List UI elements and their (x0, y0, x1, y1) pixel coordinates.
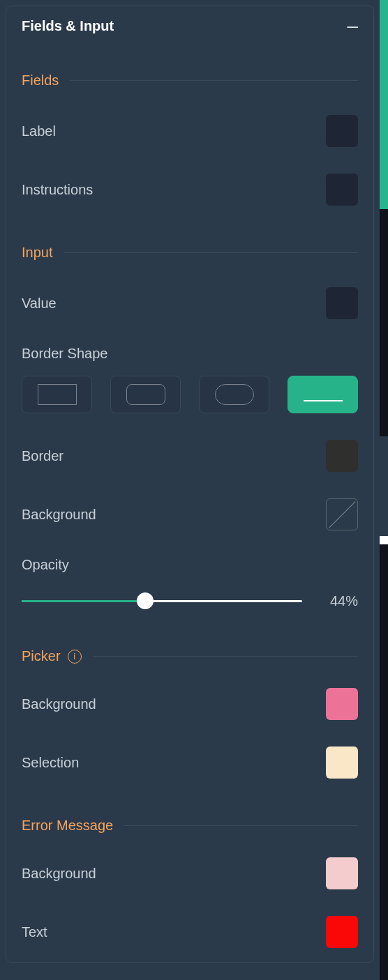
slider-thumb[interactable] (137, 592, 154, 609)
shape-rounded[interactable] (110, 376, 181, 413)
row-border-color: Border (6, 440, 373, 472)
opacity-control: Opacity 44% (6, 557, 373, 609)
collapse-icon[interactable]: – (347, 16, 358, 36)
app-edge-strip (380, 0, 388, 980)
fields-section-heading: Fields (6, 72, 373, 89)
section-title-error: Error Message (22, 818, 113, 834)
input-background-swatch[interactable] (326, 498, 358, 530)
picker-background-swatch[interactable] (326, 688, 358, 720)
panel-header: Fields & Input – (6, 6, 373, 53)
pill-shape-icon (215, 384, 254, 405)
shape-pill[interactable] (199, 376, 269, 413)
error-text-label: Text (22, 924, 47, 940)
label-label: Label (22, 123, 56, 139)
picker-section-heading: Picker i (6, 648, 373, 664)
instructions-color-swatch[interactable] (326, 174, 358, 206)
opacity-label: Opacity (22, 557, 358, 573)
row-label-color: Label (6, 115, 373, 147)
opacity-slider[interactable] (22, 592, 302, 609)
row-picker-background: Background (6, 688, 373, 720)
rounded-corners-icon (126, 384, 165, 405)
underline-shape-icon (304, 400, 343, 401)
row-error-text: Text (6, 916, 373, 948)
shape-sharp[interactable] (22, 376, 92, 413)
row-background-color: Background (6, 498, 373, 530)
input-section-heading: Input (6, 245, 373, 261)
error-background-label: Background (22, 866, 96, 882)
section-title-input: Input (22, 245, 52, 261)
border-shape-options (6, 376, 373, 413)
section-title-fields: Fields (22, 72, 59, 89)
picker-selection-swatch[interactable] (326, 747, 358, 779)
row-border-shape-label: Border Shape (6, 346, 373, 362)
border-shape-label: Border Shape (22, 346, 107, 362)
opacity-value: 44% (322, 593, 358, 609)
value-color-swatch[interactable] (326, 287, 358, 319)
info-icon[interactable]: i (68, 650, 82, 664)
picker-background-label: Background (22, 696, 96, 712)
row-instructions-color: Instructions (6, 174, 373, 206)
border-label: Border (22, 448, 64, 464)
section-title-picker: Picker (22, 648, 61, 664)
shape-underline[interactable] (288, 376, 358, 413)
row-picker-selection: Selection (6, 747, 373, 779)
instructions-label: Instructions (22, 182, 93, 198)
value-label: Value (22, 296, 57, 312)
row-value-color: Value (6, 287, 373, 319)
panel-title: Fields & Input (22, 18, 114, 34)
border-color-swatch[interactable] (326, 440, 358, 472)
picker-selection-label: Selection (22, 755, 79, 771)
fields-and-input-panel: Fields & Input – Fields Label Instructio… (6, 6, 374, 963)
error-text-swatch[interactable] (326, 916, 358, 948)
error-section-heading: Error Message (6, 818, 373, 834)
error-background-swatch[interactable] (326, 857, 358, 889)
row-error-background: Background (6, 857, 373, 889)
sharp-corners-icon (38, 384, 77, 405)
label-color-swatch[interactable] (326, 115, 358, 147)
input-background-label: Background (22, 507, 96, 523)
